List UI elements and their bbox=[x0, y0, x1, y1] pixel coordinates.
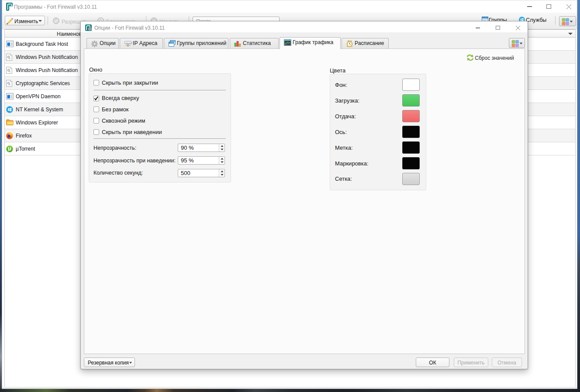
svg-text:120.0.0.1: 120.0.0.1 bbox=[125, 42, 132, 44]
